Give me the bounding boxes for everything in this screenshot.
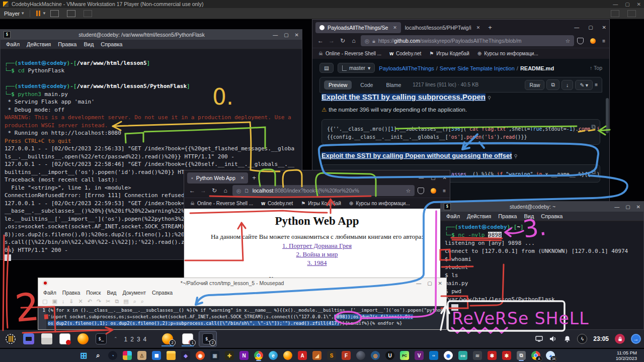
ctrl-alt-del-button[interactable] [50,10,59,17]
bookmark-star-icon[interactable]: ☆ [566,38,570,44]
extension-icon[interactable] [431,188,436,194]
launcher-mousepad[interactable] [57,331,72,346]
bookmark-flag[interactable]: ⚑Игры Кодебай [301,201,341,206]
pocket-icon[interactable] [418,188,424,194]
bookmark-globe[interactable]: ⊕Курсы по информаци... [477,51,538,56]
copy-code-icon[interactable]: ⧉ [590,167,597,177]
menu-item[interactable]: Документ [119,290,149,296]
notification-bell-icon[interactable] [563,335,571,343]
replace-icon[interactable]: ⌕ [141,298,144,305]
menu-item[interactable]: Справка [97,41,126,47]
editor-text-area[interactable]: {% for x in ().__class__.__base__.__subc… [46,306,446,329]
panel-expand-chevron[interactable]: ⌃ [112,336,120,341]
workspace-switcher[interactable]: 1234 [123,334,148,343]
kali-menu-button[interactable] [3,331,18,346]
launcher-firefox[interactable] [75,331,91,346]
tab-code[interactable]: Code [356,80,377,89]
menu-item[interactable]: Вид [104,290,119,296]
anchor-link-icon[interactable]: ⚲ [488,95,491,101]
bookmark-star-icon[interactable]: ☆ [406,188,411,194]
workspace-4[interactable]: 4 [142,336,148,343]
taskbar-firefox-button[interactable] [282,350,293,361]
window-minimize-button[interactable]: — [419,175,424,180]
outline-button[interactable]: ≡ [595,82,598,87]
taskbar-gear-red-button[interactable]: ✱ [487,350,498,361]
taskbar-cheat-engine-button[interactable]: ◢ [311,350,323,361]
book-link-3[interactable]: 3. 1984 [184,259,450,267]
window-close-button[interactable]: ✕ [602,25,606,30]
task-button-terminal[interactable]: 2 [199,331,216,346]
workspace-1[interactable]: 1 [123,336,129,343]
taskbar-explorer-button[interactable] [166,350,177,361]
bookmark-flag[interactable]: ⚑Игры Кодебай [429,51,469,56]
workspace-2[interactable]: 2 [129,336,135,343]
breadcrumb-repo-link[interactable]: PayloadsAllTheThings [379,65,434,71]
tab-localhost-phptwig[interactable]: localhost/lesson5/PHPTwig/i ✕ [401,22,484,33]
taskbar-wing-button[interactable]: ≋ [472,350,483,361]
window-maximize-button[interactable]: ▢ [427,281,432,286]
branch-selector[interactable]: master ▾ [338,63,375,73]
menu-item[interactable]: Вид [520,213,537,219]
redo-icon[interactable]: ↷ [97,298,101,305]
reload-icon[interactable]: ↻ [339,37,347,44]
extension-icon[interactable] [590,38,596,44]
window-maximize-button[interactable]: ▢ [431,175,435,180]
window-close-button[interactable]: ✕ [443,175,447,180]
home-icon[interactable]: ⌂ [221,187,229,194]
lock-screen-button[interactable] [615,334,625,344]
bookmark-skull[interactable]: ☠Online - Reverse Shell ... [318,51,381,56]
close-icon[interactable]: ✕ [78,298,83,305]
reload-icon[interactable]: ↻ [210,187,218,194]
new-tab-button[interactable]: + [252,174,256,182]
copy-icon[interactable]: ⧉ [115,298,119,305]
menu-item[interactable]: Действия [23,41,54,47]
taskbar-maps-button[interactable]: ◉ [443,350,454,361]
menu-item[interactable]: Действия [463,213,495,219]
book-link-1[interactable]: 1. Портрет Дориана Грея [184,242,450,250]
taskbar-sublime-button[interactable]: S [326,350,337,361]
pocket-icon[interactable] [577,38,584,44]
code-block-subprocess[interactable]: ⧉{{''.__class__.mro()[1].__subclasses__(… [321,119,600,145]
menu-hamburger-icon[interactable]: ≡ [443,188,446,194]
open-icon[interactable]: ▣ [52,298,57,305]
menu-item[interactable]: Вид [80,41,97,47]
vmware-minimize-button[interactable]: — [613,2,618,7]
undo-icon[interactable]: ↶ [88,298,92,305]
taskbar-chrome-button[interactable]: A [530,350,541,361]
taskbar-visual-studio-button[interactable]: V [414,350,425,361]
new-tab-button[interactable]: + [488,24,492,31]
fullscreen-button[interactable] [67,10,75,17]
taskbar-gear-red2-button[interactable]: ✱ [501,350,512,361]
taskbar-obsidian-button[interactable]: ◆ [180,350,191,361]
window-minimize-button[interactable]: — [614,204,619,210]
taskbar-search-button[interactable]: ⌕ [93,350,104,361]
anchor-link-icon[interactable]: ⚲ [514,153,517,159]
save-as-icon[interactable]: ⇓ [69,298,73,305]
home-icon[interactable]: ⌂ [350,37,358,44]
tab-close-icon[interactable]: ✕ [476,25,480,30]
taskbar-pycharm-button[interactable]: PC [399,350,410,361]
menu-item[interactable]: Правка [54,41,80,47]
devices-button[interactable] [611,10,619,17]
taskbar-blender-button[interactable]: ◎ [370,350,381,361]
taskbar-flstudio-button[interactable]: F [341,350,352,361]
pause-button[interactable] [36,11,40,16]
download-button[interactable]: ↓ [561,80,573,90]
forward-icon[interactable]: → [328,37,336,44]
volume-icon[interactable] [549,335,557,343]
bookmark-w[interactable]: wCodeby.net [389,51,421,56]
taskbar-calendar-button[interactable]: ▦ [151,350,162,361]
taskbar-teal-app-button[interactable]: co [457,350,468,361]
window-close-button[interactable]: ✕ [438,281,442,286]
menu-item[interactable]: Файл [3,41,23,47]
launcher-display-settings[interactable] [21,331,36,346]
url-bar[interactable]: ◎ 🗋︎ localhost:8080/index?book={%%20for%… [232,185,415,196]
window-close-button[interactable]: ✕ [636,204,640,210]
bookmark-w[interactable]: wCodeby.net [261,201,293,206]
display-tray-icon[interactable] [535,335,543,343]
copy-code-icon[interactable]: ⧉ [590,122,597,132]
menu-item[interactable]: Правка [59,290,83,296]
tab-preview[interactable]: Preview [324,80,352,89]
tab-close-icon[interactable]: ✕ [240,175,245,180]
window-minimize-button[interactable]: — [273,32,278,38]
